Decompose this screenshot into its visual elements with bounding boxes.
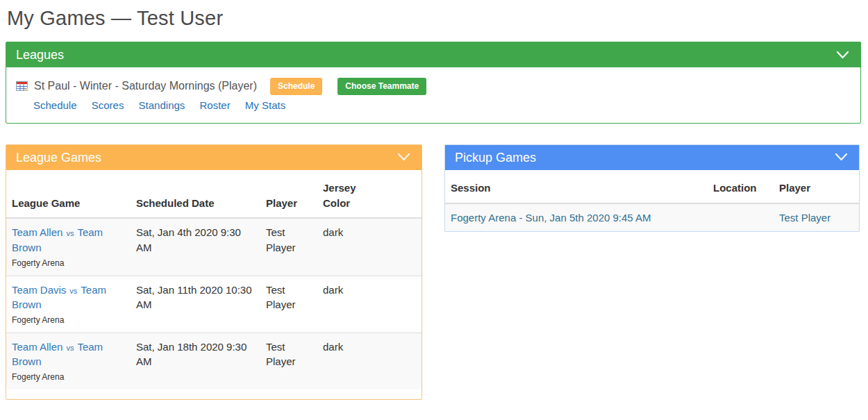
panels-row: League Games League Game Scheduled Date … xyxy=(6,144,861,400)
col-jersey-color: Jersey Color xyxy=(317,170,422,219)
col-league-game: League Game xyxy=(6,170,131,219)
scheduled-date: Sat, Jan 18th 2020 9:30 AM xyxy=(131,333,260,389)
league-games-panel: League Games League Game Scheduled Date … xyxy=(6,144,422,400)
league-link-standings[interactable]: Standings xyxy=(139,99,185,111)
player-name: Test Player xyxy=(260,218,317,276)
table-row: Fogerty Arena - Sun, Jan 5th 2020 9:45 A… xyxy=(445,203,859,232)
league-link-my-stats[interactable]: My Stats xyxy=(245,99,285,111)
col-player: Player xyxy=(774,170,859,203)
pickup-games-column: Pickup Games Session Location Player xyxy=(444,144,860,233)
col-scheduled-date: Scheduled Date xyxy=(131,170,260,219)
league-games-header-row: League Game Scheduled Date Player Jersey… xyxy=(6,170,422,219)
venue-label: Fogerty Arena xyxy=(12,315,125,326)
pickup-games-table: Session Location Player Fogerty Arena - … xyxy=(445,170,859,232)
league-name: St Paul - Winter - Saturday Mornings (Pl… xyxy=(34,80,257,92)
schedule-table-icon xyxy=(16,81,28,92)
table-row: Team AllenvsTeam Brown Fogerty Arena Sat… xyxy=(6,218,422,276)
table-row: Team AllenvsTeam Brown Fogerty Arena Sat… xyxy=(6,333,422,389)
scheduled-date: Sat, Jan 11th 2020 10:30 AM xyxy=(131,276,260,333)
page-title: My Games — Test User xyxy=(7,7,861,30)
location-cell xyxy=(708,203,774,232)
game-link[interactable]: Team DavisvsTeam Brown xyxy=(12,284,106,311)
league-link-schedule[interactable]: Schedule xyxy=(33,99,77,111)
league-games-panel-title: League Games xyxy=(16,149,101,166)
venue-label: Fogerty Arena xyxy=(12,258,125,269)
league-link-roster[interactable]: Roster xyxy=(199,99,230,111)
league-links: Schedule Scores Standings Roster My Stat… xyxy=(33,99,851,111)
leagues-panel-header[interactable]: Leagues xyxy=(6,42,860,67)
league-link-scores[interactable]: Scores xyxy=(92,99,124,111)
player-name: Test Player xyxy=(260,276,317,333)
table-row: Team DavisvsTeam Brown Fogerty Arena Sat… xyxy=(6,276,422,333)
chevron-down-icon[interactable] xyxy=(396,151,412,163)
leagues-panel: Leagues St Paul - Win xyxy=(6,42,861,124)
game-link[interactable]: Team AllenvsTeam Brown xyxy=(12,341,103,368)
col-location: Location xyxy=(708,170,774,203)
pickup-games-panel-header[interactable]: Pickup Games xyxy=(445,145,859,170)
scheduled-date: Sat, Jan 4th 2020 9:30 AM xyxy=(131,218,260,276)
pickup-games-panel-title: Pickup Games xyxy=(455,149,536,166)
jersey-color: dark xyxy=(317,276,422,333)
player-link[interactable]: Test Player xyxy=(779,212,831,224)
venue-label: Fogerty Arena xyxy=(12,372,125,383)
chevron-down-icon[interactable] xyxy=(833,151,849,163)
page: My Games — Test User Leagues xyxy=(0,0,868,408)
league-games-panel-header[interactable]: League Games xyxy=(6,145,422,170)
jersey-color: dark xyxy=(317,333,422,389)
leagues-panel-body: St Paul - Winter - Saturday Mornings (Pl… xyxy=(6,67,860,122)
pickup-games-panel: Pickup Games Session Location Player xyxy=(444,144,860,233)
league-games-panel-body: League Game Scheduled Date Player Jersey… xyxy=(6,170,422,399)
league-games-table: League Game Scheduled Date Player Jersey… xyxy=(6,170,422,389)
league-row: St Paul - Winter - Saturday Mornings (Pl… xyxy=(16,78,851,94)
pickup-games-header-row: Session Location Player xyxy=(445,170,859,203)
chevron-down-icon[interactable] xyxy=(835,49,851,61)
session-link[interactable]: Fogerty Arena - Sun, Jan 5th 2020 9:45 A… xyxy=(451,212,651,224)
col-session: Session xyxy=(445,170,708,203)
pickup-games-panel-body: Session Location Player Fogerty Arena - … xyxy=(445,170,859,232)
choose-teammate-button[interactable]: Choose Teammate xyxy=(337,78,426,94)
jersey-color: dark xyxy=(317,218,422,276)
schedule-button[interactable]: Schedule xyxy=(270,78,322,94)
game-link[interactable]: Team AllenvsTeam Brown xyxy=(12,226,103,253)
leagues-panel-title: Leagues xyxy=(16,47,64,63)
col-player: Player xyxy=(260,170,317,219)
player-name: Test Player xyxy=(260,333,317,389)
league-games-column: League Games League Game Scheduled Date … xyxy=(6,144,422,400)
